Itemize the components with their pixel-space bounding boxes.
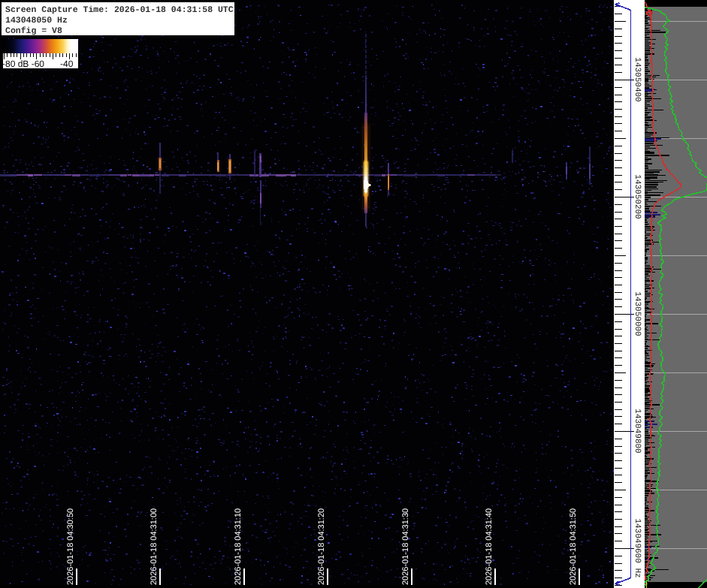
- svg-text:2026-01-18 04:31:10: 2026-01-18 04:31:10: [234, 508, 243, 585]
- svg-text:-80 dB -60: -80 dB -60: [2, 59, 44, 69]
- svg-text:2026-01-18 04:31:50: 2026-01-18 04:31:50: [569, 508, 578, 585]
- svg-text:Screen Capture Time: 2026-01-1: Screen Capture Time: 2026-01-18 04:31:58…: [5, 5, 234, 15]
- svg-text:2026-01-18 04:31:40: 2026-01-18 04:31:40: [485, 508, 494, 585]
- svg-text:143050200: 143050200: [633, 174, 642, 219]
- svg-text:Config = V8: Config = V8: [5, 26, 62, 36]
- svg-text:-40: -40: [60, 59, 74, 69]
- svg-text:2026-01-18 04:31:00: 2026-01-18 04:31:00: [150, 508, 159, 585]
- svg-text:143048050 Hz: 143048050 Hz: [5, 16, 68, 26]
- svg-text:143050000: 143050000: [633, 291, 642, 336]
- svg-text:143049800: 143049800: [633, 409, 642, 453]
- svg-text:2026-01-18 04:31:30: 2026-01-18 04:31:30: [401, 508, 410, 585]
- svg-text:143050400: 143050400: [633, 57, 642, 101]
- svg-text:2026-01-18 04:31:20: 2026-01-18 04:31:20: [317, 508, 326, 585]
- svg-text:2026-01-18 04:30:50: 2026-01-18 04:30:50: [66, 508, 75, 585]
- svg-text:143049600 Hz: 143049600 Hz: [633, 518, 642, 577]
